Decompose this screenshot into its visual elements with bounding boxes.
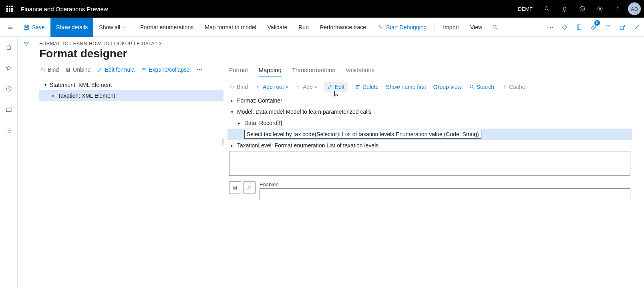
- add-button[interactable]: Add ▾: [295, 84, 317, 90]
- svg-rect-26: [6, 108, 11, 111]
- caret-down-icon[interactable]: ▾: [229, 110, 235, 114]
- caret-right-icon[interactable]: ▸: [50, 93, 56, 98]
- edit-formula-button[interactable]: Edit formula: [97, 66, 135, 73]
- perf-trace-button[interactable]: Performance trace: [314, 18, 372, 37]
- ds-node-data[interactable]: ▸ Data: Record[!]: [227, 117, 632, 129]
- smiley-icon[interactable]: [574, 0, 591, 18]
- caret-right-icon[interactable]: ▸: [229, 143, 235, 148]
- group-view-button[interactable]: Group view: [433, 84, 462, 90]
- search-icon[interactable]: [538, 0, 556, 18]
- gear-icon[interactable]: [591, 0, 609, 18]
- clock-icon[interactable]: [0, 83, 18, 95]
- validate-label: Validate: [268, 24, 288, 30]
- bell-icon[interactable]: [556, 0, 574, 18]
- popout-icon[interactable]: [615, 18, 630, 37]
- workspace-icon[interactable]: [0, 103, 18, 116]
- show-details-button[interactable]: Show details: [50, 18, 93, 37]
- svg-rect-11: [25, 25, 27, 26]
- svg-point-48: [470, 85, 473, 88]
- ds-node-taxationlevel[interactable]: ▸ TaxationLevel: Format enumeration List…: [227, 140, 632, 151]
- import-button[interactable]: Import: [437, 18, 465, 37]
- edit-label: Edit: [335, 84, 344, 90]
- svg-rect-12: [25, 27, 28, 29]
- ds-node-label: Format: Container: [237, 97, 282, 104]
- perf-trace-label: Performance trace: [320, 24, 366, 30]
- view-button[interactable]: View: [465, 18, 488, 37]
- caret-right-icon[interactable]: ▸: [236, 121, 242, 125]
- edit-button[interactable]: Edit: [324, 82, 348, 92]
- caret-right-icon[interactable]: ▸: [229, 99, 235, 103]
- top-bar: Finance and Operations Preview DEMF AD: [0, 0, 644, 18]
- avatar[interactable]: AD: [628, 2, 641, 15]
- group-view-label: Group view: [433, 84, 462, 90]
- tree-node-label: Taxation: XML Element: [58, 93, 115, 99]
- mapping-bind-button[interactable]: Bind: [229, 84, 248, 90]
- ds-node-label: Model: Data model Model to learn paramet…: [237, 109, 371, 115]
- tree-node-statement[interactable]: ▾ Statement: XML Element: [39, 79, 223, 90]
- split-handle-icon[interactable]: ||: [222, 138, 223, 145]
- enabled-input[interactable]: [260, 188, 630, 200]
- edit-formula-label: Edit formula: [105, 66, 135, 73]
- diamond-icon[interactable]: [557, 18, 572, 37]
- chevron-down-icon: ▾: [315, 85, 317, 89]
- cache-button[interactable]: Cache: [501, 84, 525, 90]
- modules-icon[interactable]: [0, 124, 18, 137]
- breadcrumb: FORMAT TO LEARN HOW TO LOOKUP LE DATA : …: [39, 41, 632, 46]
- run-button[interactable]: Run: [293, 18, 314, 37]
- svg-rect-19: [577, 25, 581, 30]
- unbind-button[interactable]: Unbind: [65, 66, 91, 73]
- tab-format[interactable]: Format: [229, 66, 248, 77]
- show-all-button[interactable]: Show all: [93, 18, 135, 37]
- company-indicator[interactable]: DEMF: [512, 0, 538, 18]
- show-name-first-button[interactable]: Show name first: [386, 84, 426, 90]
- add-root-button[interactable]: Add root ▾: [255, 84, 288, 90]
- view-label: View: [470, 24, 482, 30]
- delete-button[interactable]: Delete: [355, 84, 378, 90]
- chevron-down-icon: [122, 25, 127, 30]
- tree-node-taxation[interactable]: ▸ Taxation: XML Element: [39, 90, 223, 101]
- refresh-icon[interactable]: [601, 18, 615, 37]
- save-button[interactable]: Save: [18, 18, 50, 37]
- svg-line-1: [548, 10, 549, 11]
- attachments-icon[interactable]: 0: [586, 18, 601, 37]
- map-format-button[interactable]: Map format to model: [199, 18, 262, 37]
- quick-search-icon[interactable]: [488, 18, 502, 37]
- panel-delete-button[interactable]: [229, 181, 241, 193]
- office-book-icon[interactable]: [572, 18, 586, 37]
- panel-edit-button[interactable]: [244, 181, 256, 193]
- search-button[interactable]: Search: [469, 84, 494, 90]
- svg-point-5: [599, 8, 601, 10]
- filter-icon[interactable]: [23, 41, 30, 288]
- home-icon[interactable]: [0, 41, 18, 54]
- tab-mapping[interactable]: Mapping: [259, 66, 282, 77]
- cache-label: Cache: [509, 84, 525, 90]
- hamburger-icon[interactable]: [3, 20, 18, 34]
- formula-textarea[interactable]: [229, 151, 630, 176]
- start-debugging-button[interactable]: Start Debugging: [372, 18, 432, 37]
- more-icon[interactable]: ⋯: [196, 66, 203, 73]
- waffle-icon[interactable]: [0, 0, 19, 18]
- bind-button[interactable]: Bind: [40, 66, 59, 73]
- close-icon[interactable]: [630, 18, 644, 37]
- import-label: Import: [443, 24, 459, 30]
- format-enumerations-button[interactable]: Format enumerations: [135, 18, 199, 37]
- caret-down-icon[interactable]: ▾: [42, 83, 48, 87]
- mapping-toolbar: Bind Add root ▾ Add ▾ Edit: [227, 77, 632, 95]
- validate-button[interactable]: Validate: [262, 18, 293, 37]
- tab-transformations[interactable]: Transformations: [292, 66, 335, 77]
- tab-validations[interactable]: Validations: [346, 66, 374, 77]
- bottom-panel: Enabled: [227, 151, 632, 203]
- search-label: Search: [477, 84, 494, 90]
- start-debug-label: Start Debugging: [386, 24, 427, 30]
- ds-node-format[interactable]: ▸ Format: Container: [227, 95, 632, 106]
- more-icon[interactable]: ⋯: [543, 18, 557, 37]
- ds-node-selector[interactable]: Select tax level by tax code(Selector): …: [227, 129, 632, 140]
- help-icon[interactable]: [609, 0, 626, 18]
- filter-column: [18, 37, 35, 288]
- star-icon[interactable]: [0, 62, 18, 75]
- attachments-badge: 0: [594, 20, 600, 26]
- ds-node-model[interactable]: ▾ Model: Data model Model to learn param…: [227, 106, 632, 117]
- expand-collapse-button[interactable]: Expand/collapse: [141, 66, 190, 73]
- svg-point-13: [379, 25, 380, 26]
- separator: [435, 22, 435, 32]
